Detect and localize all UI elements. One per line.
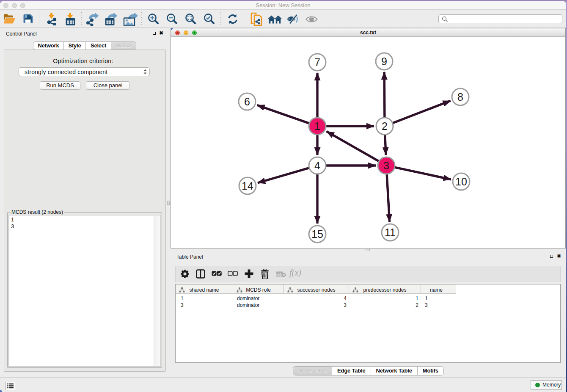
svg-text:7: 7	[314, 56, 320, 68]
svg-text:10: 10	[455, 176, 467, 188]
svg-text:6: 6	[244, 96, 250, 108]
svg-text:11: 11	[385, 226, 396, 238]
svg-text:3: 3	[383, 160, 389, 171]
svg-text:15: 15	[311, 228, 323, 240]
svg-text:1: 1	[314, 120, 320, 132]
svg-text:4: 4	[314, 160, 320, 171]
svg-text:14: 14	[242, 180, 253, 192]
svg-text:2: 2	[382, 120, 388, 132]
svg-text:9: 9	[381, 55, 387, 67]
svg-text:8: 8	[457, 91, 463, 103]
